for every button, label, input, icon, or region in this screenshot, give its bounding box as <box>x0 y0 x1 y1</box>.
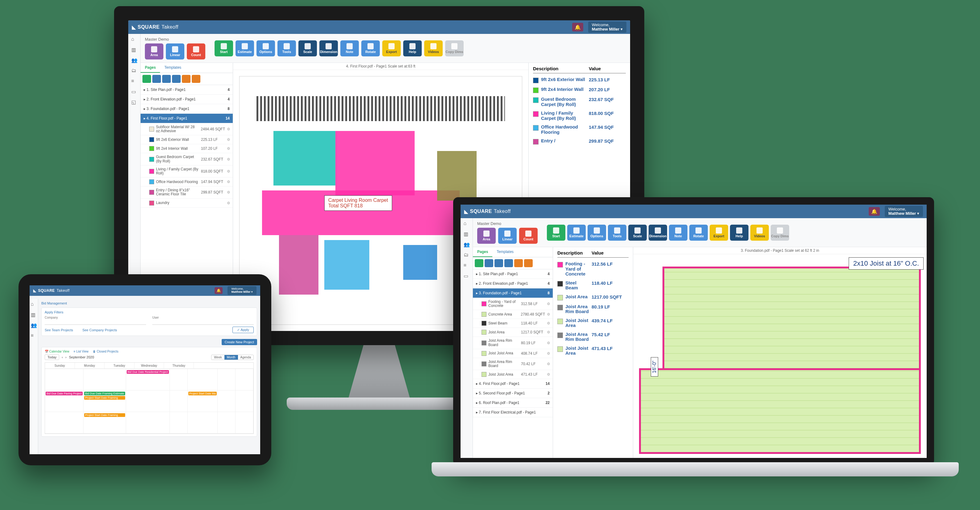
see-team-link[interactable]: See Team Projects <box>45 328 73 332</box>
rail-icon[interactable]: 👥 <box>31 323 37 329</box>
calendar-cell[interactable] <box>170 391 188 412</box>
page-row[interactable]: ▸ 5. Second Floor.pdf - Page12 <box>473 389 553 398</box>
tools-button[interactable]: Tools <box>277 40 296 56</box>
videos-button[interactable]: Videos <box>424 40 443 56</box>
page-row[interactable]: ▸ 1. Site Plan.pdf - Page14 <box>473 269 553 279</box>
options-button[interactable]: Options <box>587 225 606 241</box>
calendar-event[interactable]: Project Start Date Framing <box>84 413 125 417</box>
tab-pages[interactable]: Pages <box>473 247 492 257</box>
bell-icon[interactable]: 🔔 <box>572 23 583 32</box>
brand[interactable]: ◣ SQUARE Takeoff <box>464 209 511 214</box>
gear-icon[interactable]: ⚙ <box>547 330 550 334</box>
calendar-cell[interactable] <box>170 412 188 434</box>
rail-icon[interactable]: 🗂 <box>131 68 137 74</box>
dimension-button[interactable]: Dimension <box>319 40 338 56</box>
mini-tool[interactable] <box>524 259 533 267</box>
gear-icon[interactable]: ⚙ <box>547 312 550 316</box>
canvas-area[interactable]: 3. Foundation.pdf - Page1 Scale set at 6… <box>633 247 927 458</box>
next-month-icon[interactable]: › <box>65 355 67 359</box>
new-project-button[interactable]: Create New Project <box>222 339 257 345</box>
linear-button[interactable]: Linear <box>166 43 185 59</box>
calendar-cell[interactable] <box>126 412 170 434</box>
takeoff-item[interactable]: Office Hardwood Flooring147.94 SQFT⚙ <box>141 178 233 186</box>
rail-icon[interactable]: ⌂ <box>131 37 137 43</box>
user-menu[interactable]: Welcome, Matthew Miller ▾ <box>588 22 627 33</box>
gear-icon[interactable]: ⚙ <box>227 157 230 162</box>
calendar-cell[interactable] <box>170 369 188 391</box>
options-button[interactable]: Options <box>256 40 275 56</box>
takeoff-item[interactable]: Joist Area1217.0 SQFT⚙ <box>473 328 553 337</box>
brand[interactable]: ◣ SQUARE Takeoff <box>132 24 178 30</box>
calendar-cell[interactable] <box>84 369 126 391</box>
rail-icon[interactable]: ◱ <box>131 99 137 105</box>
rail-icon[interactable]: ▥ <box>131 47 137 53</box>
see-company-link[interactable]: See Company Projects <box>82 328 117 332</box>
page-row[interactable]: ▸ 2. Front Elevation.pdf - Page14 <box>473 279 553 288</box>
bell-icon[interactable]: 🔔 <box>215 287 223 294</box>
rail-icon[interactable]: 👥 <box>464 241 470 248</box>
mini-tool[interactable] <box>162 75 171 83</box>
scale-button[interactable]: Scale <box>298 40 317 56</box>
page-row[interactable]: ▸ 1. Site Plan.pdf - Page14 <box>141 85 233 95</box>
count-button[interactable]: Count <box>187 43 205 59</box>
mini-tool[interactable] <box>172 75 181 83</box>
calendar-cell[interactable] <box>218 391 235 412</box>
user-menu[interactable]: Welcome, Matthew Miller ▾ <box>228 286 256 295</box>
start-button[interactable]: Start <box>215 40 233 56</box>
foundation-plan[interactable]: 2x10 Joist at 16" O.C. 16'-0" <box>633 254 927 458</box>
area-button[interactable]: Area <box>145 43 163 59</box>
calendar-cell[interactable] <box>45 369 84 391</box>
rail-icon[interactable]: ≡ <box>31 333 37 339</box>
takeoff-item[interactable]: Footing - Yard of Concrete312.58 LF⚙ <box>473 298 553 310</box>
page-row[interactable]: ▸ 2. Front Elevation.pdf - Page14 <box>141 95 233 104</box>
rail-icon[interactable]: 👥 <box>131 57 137 64</box>
range-month[interactable]: Month <box>224 355 238 360</box>
calendar-cell[interactable]: Project Start Date Framing <box>84 412 126 434</box>
start-button[interactable]: Start <box>547 225 565 241</box>
calendar-cell[interactable] <box>218 369 235 391</box>
tab-templates[interactable]: Templates <box>492 247 518 257</box>
rail-icon[interactable]: ⌂ <box>31 301 37 308</box>
gear-icon[interactable]: ⚙ <box>227 169 230 173</box>
takeoff-item[interactable]: Steel Beam118.40 LF⚙ <box>473 319 553 328</box>
gear-icon[interactable]: ⚙ <box>547 302 550 306</box>
page-row[interactable]: ▸ 4. First Floor.pdf - Page114 <box>141 114 233 123</box>
copy dims-button[interactable]: Copy Dims <box>771 225 789 241</box>
calendar-cell[interactable]: Bid Due Date Paving Project <box>45 391 84 412</box>
calendar-event[interactable]: Project Start Date Ma <box>188 392 217 396</box>
rail-icon[interactable]: 🗂 <box>464 252 470 258</box>
gear-icon[interactable]: ⚙ <box>227 180 230 184</box>
view-tab[interactable]: 📅 Calendar View <box>45 350 69 353</box>
gear-icon[interactable]: ⚙ <box>547 341 550 345</box>
copy dims-button[interactable]: Copy Dims <box>445 40 464 56</box>
calendar-event[interactable]: Project Start Date Framing <box>84 396 125 400</box>
calendar-cell[interactable] <box>235 412 253 434</box>
takeoff-item[interactable]: Joist Joist Area471.43 LF⚙ <box>473 370 553 379</box>
page-row[interactable]: ▸ 4. First Floor.pdf - Page114 <box>473 379 553 389</box>
note-button[interactable]: Note <box>340 40 359 56</box>
tab-pages[interactable]: Pages <box>141 63 160 73</box>
user-input[interactable] <box>152 319 254 325</box>
calendar-cell[interactable] <box>188 412 218 434</box>
user-menu[interactable]: Welcome, Matthew Miller ▾ <box>885 206 923 217</box>
rail-icon[interactable]: ▥ <box>31 312 37 318</box>
rail-icon[interactable]: ≡ <box>464 262 470 269</box>
view-tab[interactable]: ≡ List View <box>74 350 89 353</box>
estimate-button[interactable]: Estimate <box>567 225 586 241</box>
gear-icon[interactable]: ⚙ <box>227 190 230 194</box>
apply-button[interactable]: ✓ Apply <box>232 327 254 333</box>
takeoff-item[interactable]: Guest Bedroom Carpet (By Roll)232.67 SQF… <box>141 153 233 165</box>
gear-icon[interactable]: ⚙ <box>547 321 550 326</box>
help-button[interactable]: Help <box>403 40 422 56</box>
mini-tool[interactable] <box>514 259 523 267</box>
takeoff-item[interactable]: Subfloor Material W/ 28 oz Adhesive2484.… <box>141 123 233 135</box>
gear-icon[interactable]: ⚙ <box>227 201 230 205</box>
bell-icon[interactable]: 🔔 <box>869 207 880 216</box>
rail-icon[interactable]: ▭ <box>131 89 137 95</box>
calendar-cell[interactable]: Bid Due Date Residential Project <box>126 369 170 391</box>
rail-icon[interactable]: ▭ <box>464 273 470 279</box>
gear-icon[interactable]: ⚙ <box>547 362 550 366</box>
rotate-button[interactable]: Rotate <box>361 40 380 56</box>
calendar-event[interactable]: Bid Due Date Paving Project <box>46 392 83 396</box>
rotate-button[interactable]: Rotate <box>689 225 708 241</box>
